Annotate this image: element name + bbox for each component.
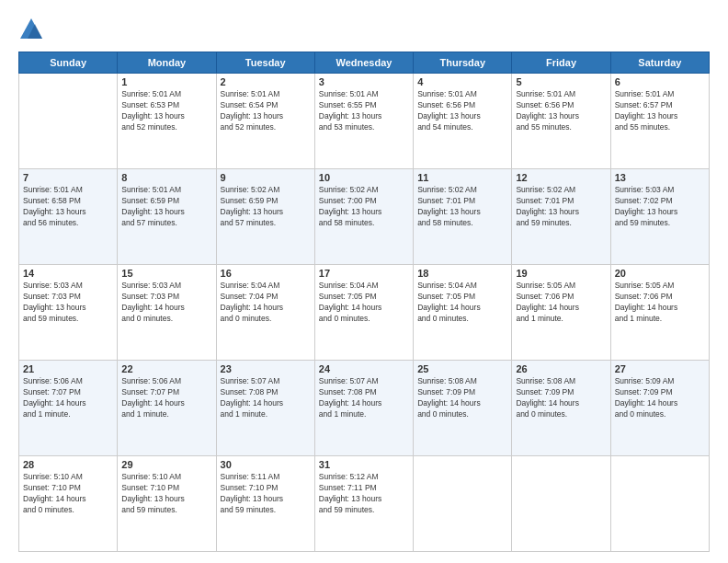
day-number: 21: [23, 363, 113, 374]
calendar-cell: 4Sunrise: 5:01 AM Sunset: 6:56 PM Daylig…: [414, 74, 512, 169]
day-info: Sunrise: 5:02 AM Sunset: 6:59 PM Dayligh…: [221, 185, 311, 229]
calendar-cell: 1Sunrise: 5:01 AM Sunset: 6:53 PM Daylig…: [118, 74, 216, 169]
day-number: 29: [121, 459, 211, 470]
day-number: 16: [221, 268, 311, 279]
calendar-cell: 15Sunrise: 5:03 AM Sunset: 7:03 PM Dayli…: [118, 265, 216, 361]
day-info: Sunrise: 5:04 AM Sunset: 7:05 PM Dayligh…: [417, 281, 507, 325]
day-number: 24: [319, 363, 409, 374]
calendar-cell: 28Sunrise: 5:10 AM Sunset: 7:10 PM Dayli…: [19, 456, 118, 552]
calendar-cell: 3Sunrise: 5:01 AM Sunset: 6:55 PM Daylig…: [314, 74, 413, 169]
calendar-cell: 16Sunrise: 5:04 AM Sunset: 7:04 PM Dayli…: [216, 265, 314, 361]
day-info: Sunrise: 5:04 AM Sunset: 7:05 PM Dayligh…: [319, 281, 409, 325]
calendar-cell: 18Sunrise: 5:04 AM Sunset: 7:05 PM Dayli…: [414, 265, 512, 361]
calendar-cell: 29Sunrise: 5:10 AM Sunset: 7:10 PM Dayli…: [118, 456, 216, 552]
day-number: 25: [417, 363, 507, 374]
calendar-week-row: 7Sunrise: 5:01 AM Sunset: 6:58 PM Daylig…: [19, 169, 710, 265]
calendar-cell: 26Sunrise: 5:08 AM Sunset: 7:09 PM Dayli…: [512, 361, 610, 456]
day-of-week-header: Thursday: [414, 52, 512, 74]
day-number: 30: [221, 459, 311, 470]
calendar-cell: 13Sunrise: 5:03 AM Sunset: 7:02 PM Dayli…: [610, 169, 709, 265]
calendar-cell: 21Sunrise: 5:06 AM Sunset: 7:07 PM Dayli…: [19, 361, 118, 456]
day-info: Sunrise: 5:05 AM Sunset: 7:06 PM Dayligh…: [615, 281, 705, 325]
calendar-week-row: 1Sunrise: 5:01 AM Sunset: 6:53 PM Daylig…: [19, 74, 710, 169]
calendar-cell: 30Sunrise: 5:11 AM Sunset: 7:10 PM Dayli…: [216, 456, 314, 552]
calendar-cell: 6Sunrise: 5:01 AM Sunset: 6:57 PM Daylig…: [610, 74, 709, 169]
calendar-cell: 9Sunrise: 5:02 AM Sunset: 6:59 PM Daylig…: [216, 169, 314, 265]
day-info: Sunrise: 5:01 AM Sunset: 6:56 PM Dayligh…: [516, 89, 606, 133]
day-info: Sunrise: 5:06 AM Sunset: 7:07 PM Dayligh…: [121, 376, 211, 420]
day-info: Sunrise: 5:11 AM Sunset: 7:10 PM Dayligh…: [221, 472, 311, 516]
day-number: 31: [319, 459, 409, 470]
day-number: 18: [417, 268, 507, 279]
day-number: 5: [516, 76, 606, 87]
day-info: Sunrise: 5:02 AM Sunset: 7:00 PM Dayligh…: [319, 185, 409, 229]
day-number: 12: [516, 172, 606, 183]
day-of-week-header: Friday: [512, 52, 610, 74]
day-info: Sunrise: 5:04 AM Sunset: 7:04 PM Dayligh…: [221, 281, 311, 325]
day-number: 13: [615, 172, 705, 183]
day-info: Sunrise: 5:07 AM Sunset: 7:08 PM Dayligh…: [221, 376, 311, 420]
day-info: Sunrise: 5:05 AM Sunset: 7:06 PM Dayligh…: [516, 281, 606, 325]
day-info: Sunrise: 5:10 AM Sunset: 7:10 PM Dayligh…: [121, 472, 211, 516]
day-info: Sunrise: 5:01 AM Sunset: 6:57 PM Dayligh…: [615, 89, 705, 133]
calendar-cell: 24Sunrise: 5:07 AM Sunset: 7:08 PM Dayli…: [314, 361, 413, 456]
page: SundayMondayTuesdayWednesdayThursdayFrid…: [0, 0, 728, 563]
day-info: Sunrise: 5:02 AM Sunset: 7:01 PM Dayligh…: [516, 185, 606, 229]
day-info: Sunrise: 5:01 AM Sunset: 6:56 PM Dayligh…: [417, 89, 507, 133]
day-info: Sunrise: 5:03 AM Sunset: 7:03 PM Dayligh…: [121, 281, 211, 325]
calendar-cell: 31Sunrise: 5:12 AM Sunset: 7:11 PM Dayli…: [314, 456, 413, 552]
day-info: Sunrise: 5:01 AM Sunset: 6:59 PM Dayligh…: [121, 185, 211, 229]
calendar-week-row: 28Sunrise: 5:10 AM Sunset: 7:10 PM Dayli…: [19, 456, 710, 552]
calendar-week-row: 14Sunrise: 5:03 AM Sunset: 7:03 PM Dayli…: [19, 265, 710, 361]
calendar-cell: 27Sunrise: 5:09 AM Sunset: 7:09 PM Dayli…: [610, 361, 709, 456]
day-number: 10: [319, 172, 409, 183]
day-info: Sunrise: 5:08 AM Sunset: 7:09 PM Dayligh…: [417, 376, 507, 420]
day-info: Sunrise: 5:07 AM Sunset: 7:08 PM Dayligh…: [319, 376, 409, 420]
day-of-week-header: Sunday: [19, 52, 118, 74]
day-number: 14: [23, 268, 113, 279]
day-info: Sunrise: 5:01 AM Sunset: 6:53 PM Dayligh…: [121, 89, 211, 133]
day-number: 22: [121, 363, 211, 374]
day-of-week-header: Monday: [118, 52, 216, 74]
calendar-cell: 11Sunrise: 5:02 AM Sunset: 7:01 PM Dayli…: [414, 169, 512, 265]
day-info: Sunrise: 5:12 AM Sunset: 7:11 PM Dayligh…: [319, 472, 409, 516]
calendar-cell: 5Sunrise: 5:01 AM Sunset: 6:56 PM Daylig…: [512, 74, 610, 169]
calendar-cell: [19, 74, 118, 169]
day-number: 23: [221, 363, 311, 374]
calendar-cell: 23Sunrise: 5:07 AM Sunset: 7:08 PM Dayli…: [216, 361, 314, 456]
day-number: 20: [615, 268, 705, 279]
calendar-header-row: SundayMondayTuesdayWednesdayThursdayFrid…: [19, 52, 710, 74]
calendar-cell: 12Sunrise: 5:02 AM Sunset: 7:01 PM Dayli…: [512, 169, 610, 265]
day-number: 19: [516, 268, 606, 279]
day-info: Sunrise: 5:01 AM Sunset: 6:58 PM Dayligh…: [23, 185, 113, 229]
day-number: 9: [221, 172, 311, 183]
day-number: 26: [516, 363, 606, 374]
calendar-cell: 22Sunrise: 5:06 AM Sunset: 7:07 PM Dayli…: [118, 361, 216, 456]
day-number: 1: [121, 76, 211, 87]
logo-icon: [18, 17, 44, 42]
calendar-cell: 25Sunrise: 5:08 AM Sunset: 7:09 PM Dayli…: [414, 361, 512, 456]
day-info: Sunrise: 5:03 AM Sunset: 7:02 PM Dayligh…: [615, 185, 705, 229]
day-info: Sunrise: 5:01 AM Sunset: 6:55 PM Dayligh…: [319, 89, 409, 133]
day-info: Sunrise: 5:08 AM Sunset: 7:09 PM Dayligh…: [516, 376, 606, 420]
calendar-cell: [512, 456, 610, 552]
day-number: 17: [319, 268, 409, 279]
day-number: 27: [615, 363, 705, 374]
day-of-week-header: Saturday: [610, 52, 709, 74]
day-of-week-header: Wednesday: [314, 52, 413, 74]
day-of-week-header: Tuesday: [216, 52, 314, 74]
day-number: 11: [417, 172, 507, 183]
day-number: 6: [615, 76, 705, 87]
day-number: 7: [23, 172, 113, 183]
day-info: Sunrise: 5:09 AM Sunset: 7:09 PM Dayligh…: [615, 376, 705, 420]
calendar-cell: 8Sunrise: 5:01 AM Sunset: 6:59 PM Daylig…: [118, 169, 216, 265]
calendar-cell: [414, 456, 512, 552]
calendar-cell: 7Sunrise: 5:01 AM Sunset: 6:58 PM Daylig…: [19, 169, 118, 265]
calendar-table: SundayMondayTuesdayWednesdayThursdayFrid…: [18, 52, 710, 552]
calendar-cell: 20Sunrise: 5:05 AM Sunset: 7:06 PM Dayli…: [610, 265, 709, 361]
calendar-cell: 17Sunrise: 5:04 AM Sunset: 7:05 PM Dayli…: [314, 265, 413, 361]
calendar-cell: [610, 456, 709, 552]
day-info: Sunrise: 5:03 AM Sunset: 7:03 PM Dayligh…: [23, 281, 113, 325]
logo: [18, 17, 48, 42]
day-number: 4: [417, 76, 507, 87]
